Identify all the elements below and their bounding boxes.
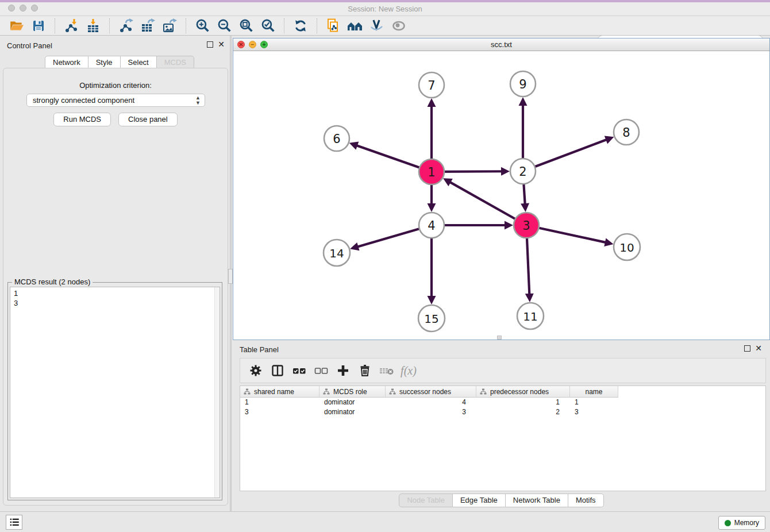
graph-node-label-11: 11 [523,310,537,323]
table-body: 1dominator4113dominator323 [240,398,765,417]
column-type-icon [244,388,251,395]
column-label: predecessor nodes [490,388,549,396]
graph-node-label-15: 15 [424,312,438,326]
column-type-icon [323,388,330,395]
mcds-result-group: MCDS result (2 nodes) 1 3 [7,282,222,500]
hide-selected-icon[interactable] [368,18,386,34]
node-table: shared nameMCDS rolesuccessor nodesprede… [240,385,766,491]
column-header-name[interactable]: name [570,386,618,398]
table-options-icon[interactable] [246,361,265,380]
column-header-mcds-role[interactable]: MCDS role [319,386,386,398]
tab-motifs[interactable]: Motifs [568,494,604,507]
network-canvas[interactable]: 7968124314101511 [233,51,769,340]
column-label: name [585,388,602,396]
panel-divider-handle[interactable] [228,269,233,284]
memory-button[interactable]: Memory [718,516,765,530]
network-graph: 7968124314101511 [233,51,769,340]
unselect-all-columns-icon[interactable] [311,361,331,380]
float-panel-icon[interactable] [207,41,213,48]
export-image-icon[interactable] [161,18,178,34]
memory-status-icon [725,520,731,526]
close-panel-icon[interactable]: ✕ [218,41,225,48]
table-toolbar: f(x) [240,358,766,383]
close-table-panel-icon[interactable]: ✕ [755,345,762,352]
import-network-icon[interactable] [63,18,80,34]
graph-node-label-7: 7 [428,79,435,92]
graph-edge-arrowhead [525,294,534,302]
tab-node-table[interactable]: Node Table [399,494,453,507]
graph-node-label-6: 6 [333,132,340,146]
criterion-dropdown[interactable]: strongly connected component ▲▼ [26,94,205,107]
graph-edge-arrowhead [349,142,359,150]
table-cell-predecessor-nodes[interactable]: 2 [476,408,570,417]
close-panel-button[interactable]: Close panel [118,113,178,126]
table-cell-name[interactable]: 3 [570,408,618,417]
show-details-icon[interactable] [390,18,407,34]
column-header-successor-nodes[interactable]: successor nodes [386,386,476,398]
tab-network-table[interactable]: Network Table [506,494,568,507]
zoom-in-icon[interactable] [194,18,211,34]
status-bar: Memory [0,511,770,532]
table-header-row: shared nameMCDS rolesuccessor nodesprede… [240,386,765,398]
zoom-fit-icon[interactable] [237,18,255,34]
mcds-panel: Optimization criterion: strongly connect… [3,68,228,506]
export-table-icon[interactable] [139,18,156,34]
zoom-selected-icon[interactable] [259,18,276,34]
import-table-icon[interactable] [84,18,102,34]
zoom-out-icon[interactable] [215,18,233,34]
dropdown-stepper-icon: ▲▼ [195,95,201,106]
graph-edge-arrowhead [428,296,436,304]
float-table-panel-icon[interactable] [744,345,750,352]
graph-node-label-4: 4 [428,219,435,233]
graph-edge-arrowhead [604,238,613,246]
graph-node-label-3: 3 [522,219,530,233]
table-cell-successor-nodes[interactable]: 3 [386,408,476,417]
table-cell-shared-name[interactable]: 1 [240,398,319,407]
column-label: successor nodes [399,388,451,396]
table-tabs: Node TableEdge TableNetwork TableMotifs [233,494,770,507]
mcds-result-text[interactable]: 1 3 [10,287,220,498]
main-toolbar [0,16,770,36]
graph-edge-arrowhead [428,203,436,212]
column-header-predecessor-nodes[interactable]: predecessor nodes [476,386,570,398]
graph-edge-2-8[interactable] [523,140,607,171]
delete-table-icon[interactable] [377,361,396,380]
export-network-icon[interactable] [117,18,134,34]
memory-label: Memory [734,519,759,527]
column-type-icon [480,388,487,395]
result-scrollbar[interactable] [214,287,220,498]
save-session-icon[interactable] [30,18,47,34]
task-history-button[interactable] [6,515,22,530]
table-cell-shared-name[interactable]: 3 [240,408,319,417]
open-file-icon[interactable] [8,18,25,34]
mcds-result-title: MCDS result (2 nodes) [12,277,93,286]
show-column-icon[interactable] [268,361,287,380]
column-label: shared name [254,388,294,396]
criterion-value: strongly connected component [33,96,134,105]
table-cell-predecessor-nodes[interactable]: 1 [476,398,570,407]
column-type-icon [389,388,396,395]
column-header-shared-name[interactable]: shared name [240,386,319,398]
table-cell-name[interactable]: 1 [570,398,618,407]
table-cell-mcds-role[interactable]: dominator [319,398,386,407]
tab-edge-table[interactable]: Edge Table [453,494,506,507]
refresh-view-icon[interactable] [292,18,309,34]
select-all-columns-icon[interactable] [290,361,309,380]
titlebar-accent [0,0,770,2]
graph-edge-arrowhead [519,97,528,106]
graph-edge-arrowhead [428,98,436,107]
table-cell-successor-nodes[interactable]: 4 [386,398,476,407]
delete-columns-icon[interactable] [355,361,375,380]
app-titlebar: Session: New Session [0,0,770,16]
graph-node-label-8: 8 [622,126,630,140]
clone-network-icon[interactable] [325,18,342,34]
network-resize-handle[interactable] [497,336,502,340]
table-cell-mcds-role[interactable]: dominator [319,408,386,417]
run-mcds-button[interactable]: Run MCDS [53,113,111,126]
table-row: 3dominator323 [240,408,765,417]
add-column-icon[interactable] [333,361,353,380]
function-builder-icon[interactable]: f(x) [399,361,418,380]
graph-edge-arrowhead [501,167,510,176]
first-neighbors-icon[interactable] [346,18,364,34]
network-window-titlebar[interactable]: ✕ − + scc.txt [233,38,769,51]
